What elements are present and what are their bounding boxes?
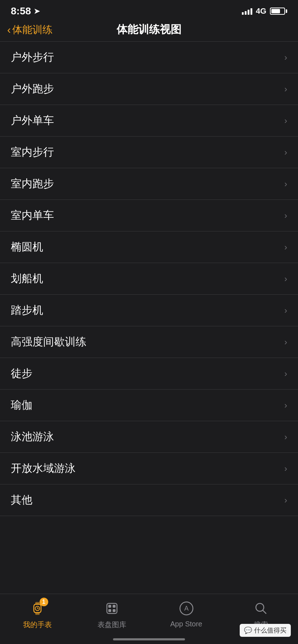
tab-face-gallery-label: 表盘图库	[98, 620, 126, 630]
svg-line-14	[263, 610, 266, 613]
list-item-chevron-icon: ›	[284, 274, 287, 284]
list-item-chevron-icon: ›	[284, 179, 287, 189]
list-item-chevron-icon: ›	[284, 432, 287, 442]
battery-tip	[286, 9, 287, 13]
status-bar: 8:58 ➤ 4G	[0, 0, 298, 19]
tab-face-gallery[interactable]: 表盘图库	[74, 599, 149, 630]
list-item-chevron-icon: ›	[284, 464, 287, 474]
tab-my-watch[interactable]: 1 我的手表	[0, 599, 74, 630]
status-time: 8:58 ➤	[11, 5, 40, 17]
app-store-icon: A	[179, 601, 194, 616]
list-item-indoor-bike[interactable]: 室内单车 ›	[0, 200, 298, 231]
list-item-chevron-icon: ›	[284, 211, 287, 221]
list-item-indoor-walk[interactable]: 室内步行 ›	[0, 137, 298, 168]
list-container: 户外步行 › 户外跑步 › 户外单车 › 室内步行 › 室内跑步 › 室内单车 …	[0, 42, 298, 566]
list-item-chevron-icon: ›	[284, 242, 287, 252]
list-item-indoor-run[interactable]: 室内跑步 ›	[0, 168, 298, 200]
list-item-chevron-icon: ›	[284, 305, 287, 316]
list-item-label: 户外单车	[11, 113, 54, 128]
list-item-outdoor-bike[interactable]: 户外单车 ›	[0, 105, 298, 137]
list-item-label: 室内单车	[11, 208, 54, 223]
battery-body	[270, 8, 285, 15]
tab-app-store-label: App Store	[170, 620, 202, 628]
home-indicator	[113, 638, 185, 640]
list-item-label: 其他	[11, 493, 32, 507]
list-item-label: 户外步行	[11, 50, 54, 65]
list-item-chevron-icon: ›	[284, 84, 287, 94]
tab-app-store[interactable]: A App Store	[149, 599, 224, 628]
list-item-chevron-icon: ›	[284, 369, 287, 379]
svg-text:A: A	[184, 605, 188, 612]
tab-my-watch-label: 我的手表	[23, 620, 52, 630]
list-item-pool-swim[interactable]: 泳池游泳 ›	[0, 421, 298, 453]
battery-fill	[271, 9, 280, 13]
list-item-chevron-icon: ›	[284, 400, 287, 410]
list-item-hiking[interactable]: 徒步 ›	[0, 358, 298, 390]
list-item-label: 室内跑步	[11, 176, 54, 191]
watermark-icon: 💬	[244, 626, 252, 634]
signal-bars	[242, 8, 252, 15]
back-label: 体能训练	[12, 23, 53, 37]
list-item-chevron-icon: ›	[284, 147, 287, 157]
battery	[270, 8, 287, 15]
back-chevron-icon: ‹	[7, 24, 11, 35]
list-item-label: 户外跑步	[11, 82, 54, 96]
nav-title: 体能训练视图	[117, 22, 181, 37]
list-item-label: 泳池游泳	[11, 429, 54, 444]
svg-rect-6	[107, 603, 117, 613]
svg-rect-8	[113, 605, 116, 608]
network-label: 4G	[256, 6, 266, 16]
search-icon-wrap	[252, 599, 270, 618]
face-gallery-icon-wrap	[103, 599, 121, 618]
status-right: 4G	[242, 6, 287, 16]
svg-rect-1	[35, 602, 40, 605]
back-button[interactable]: ‹ 体能训练	[7, 23, 53, 37]
list-item-label: 椭圆机	[11, 240, 43, 254]
list-item-hiit[interactable]: 高强度间歇训练 ›	[0, 326, 298, 358]
location-icon: ➤	[34, 7, 40, 15]
list-item-outdoor-run[interactable]: 户外跑步 ›	[0, 73, 298, 105]
list-item-stair-stepper[interactable]: 踏步机 ›	[0, 295, 298, 326]
list-item-label: 高强度间歇训练	[11, 335, 86, 349]
nav-bar: ‹ 体能训练 体能训练视图	[0, 19, 298, 42]
watermark: 💬 什么值得买	[240, 624, 291, 637]
list-item-chevron-icon: ›	[284, 337, 287, 347]
list-item-outdoor-walk[interactable]: 户外步行 ›	[0, 42, 298, 73]
svg-rect-7	[108, 605, 111, 608]
watermark-text: 什么值得买	[254, 626, 286, 635]
svg-rect-9	[108, 609, 111, 612]
list-item-yoga[interactable]: 瑜伽 ›	[0, 390, 298, 421]
list-item-label: 徒步	[11, 366, 32, 381]
list-item-rowing[interactable]: 划船机 ›	[0, 263, 298, 295]
list-item-label: 踏步机	[11, 303, 43, 318]
svg-rect-2	[35, 612, 40, 615]
app-store-icon-wrap: A	[177, 599, 196, 618]
search-icon	[253, 601, 269, 616]
list-item-open-water-swim[interactable]: 开放水域游泳 ›	[0, 453, 298, 484]
list-item-label: 室内步行	[11, 145, 54, 160]
list-item-chevron-icon: ›	[284, 52, 287, 63]
list-item-label: 开放水域游泳	[11, 461, 76, 476]
list-item-label: 瑜伽	[11, 398, 32, 413]
watch-icon-wrap: 1	[28, 599, 47, 618]
svg-rect-10	[113, 609, 116, 612]
list-item-chevron-icon: ›	[284, 116, 287, 126]
list-item-chevron-icon: ›	[284, 495, 287, 505]
list-item-elliptical[interactable]: 椭圆机 ›	[0, 231, 298, 263]
my-watch-badge: 1	[40, 598, 48, 606]
face-gallery-icon	[104, 601, 120, 616]
list-item-label: 划船机	[11, 271, 43, 286]
list-item-other[interactable]: 其他 ›	[0, 484, 298, 516]
